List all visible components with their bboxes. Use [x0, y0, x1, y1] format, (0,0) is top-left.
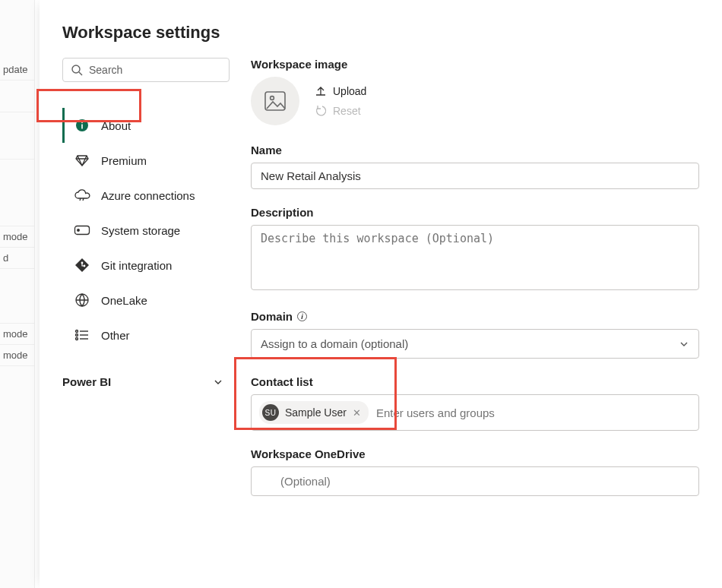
search-icon — [71, 64, 83, 76]
cloud-icon — [74, 187, 90, 204]
svg-point-17 — [271, 96, 274, 100]
onedrive-label: Workspace OneDrive — [251, 447, 699, 460]
contact-chip: SU Sample User ✕ — [259, 401, 369, 424]
bg-row — [0, 269, 34, 324]
onedrive-input[interactable] — [251, 466, 699, 496]
svg-point-0 — [72, 65, 80, 73]
search-input[interactable]: Search — [62, 58, 230, 82]
upload-label: Upload — [333, 85, 366, 97]
image-icon — [264, 90, 287, 112]
image-label: Workspace image — [251, 58, 699, 71]
bg-row: d — [0, 248, 34, 269]
remove-chip-icon[interactable]: ✕ — [353, 407, 361, 419]
bg-row: mode — [0, 324, 34, 345]
contact-input[interactable]: SU Sample User ✕ — [251, 394, 699, 431]
domain-placeholder: Assign to a domain (optional) — [261, 337, 408, 350]
background-list: pdate mode d mode mode — [0, 0, 35, 588]
storage-icon — [74, 222, 90, 239]
contact-label: Contact list — [251, 375, 699, 388]
bg-row — [0, 81, 34, 112]
description-label: Description — [251, 206, 699, 219]
reset-label: Reset — [333, 105, 361, 117]
nav-label: Premium — [101, 154, 147, 167]
search-placeholder: Search — [89, 64, 122, 76]
chevron-down-icon — [213, 377, 223, 387]
svg-point-4 — [81, 122, 83, 123]
nav-label: Git integration — [101, 259, 172, 272]
contact-text-input[interactable] — [376, 406, 691, 419]
info-icon — [74, 117, 90, 134]
svg-point-14 — [76, 338, 78, 340]
nav-azure[interactable]: Azure connections — [62, 178, 230, 213]
nav-git[interactable]: Git integration — [62, 248, 230, 283]
svg-rect-3 — [81, 125, 83, 129]
svg-point-6 — [78, 229, 80, 232]
bg-row: pdate — [0, 59, 34, 81]
upload-icon — [315, 85, 327, 97]
svg-point-10 — [76, 330, 78, 333]
reset-button: Reset — [315, 105, 366, 117]
settings-panel: Workspace settings Search About — [40, 0, 722, 588]
nav-other[interactable]: Other — [62, 318, 230, 352]
domain-label-text: Domain — [251, 310, 293, 323]
bg-row: mode — [0, 226, 34, 248]
nav-label: Azure connections — [101, 189, 195, 202]
svg-line-1 — [79, 72, 82, 75]
svg-point-12 — [76, 334, 78, 337]
reset-icon — [315, 105, 327, 117]
upload-button[interactable]: Upload — [315, 85, 366, 97]
name-label: Name — [251, 144, 699, 156]
chevron-down-icon — [679, 339, 689, 349]
diamond-icon — [74, 152, 90, 169]
nav-storage[interactable]: System storage — [62, 213, 230, 248]
bg-row — [0, 112, 34, 160]
form-column: Workspace image Upload Reset — [251, 58, 699, 513]
nav-label: Other — [101, 329, 130, 342]
nav-label: System storage — [101, 224, 180, 237]
avatar: SU — [262, 404, 279, 421]
nav-label: OneLake — [101, 294, 147, 307]
git-icon — [74, 257, 90, 273]
chip-name: Sample User — [285, 406, 347, 419]
name-input[interactable] — [251, 163, 699, 189]
nav-onelake[interactable]: OneLake — [62, 283, 230, 318]
page-title: Workspace settings — [62, 23, 699, 43]
bg-row — [0, 160, 34, 226]
workspace-image-placeholder[interactable] — [251, 77, 299, 125]
domain-label: Domain i — [251, 310, 699, 323]
subsection-label: Power BI — [62, 375, 111, 388]
nav-about[interactable]: About — [62, 108, 230, 143]
nav-label: About — [101, 119, 131, 132]
bg-row: mode — [0, 345, 34, 366]
domain-select[interactable]: Assign to a domain (optional) — [251, 329, 699, 359]
globe-icon — [74, 292, 90, 308]
side-column: Search About Premium Azure connections — [62, 58, 230, 513]
subsection-powerbi[interactable]: Power BI — [62, 366, 230, 397]
nav-premium[interactable]: Premium — [62, 143, 230, 178]
description-input[interactable] — [251, 225, 699, 290]
list-icon — [74, 327, 90, 343]
info-icon[interactable]: i — [297, 311, 307, 321]
